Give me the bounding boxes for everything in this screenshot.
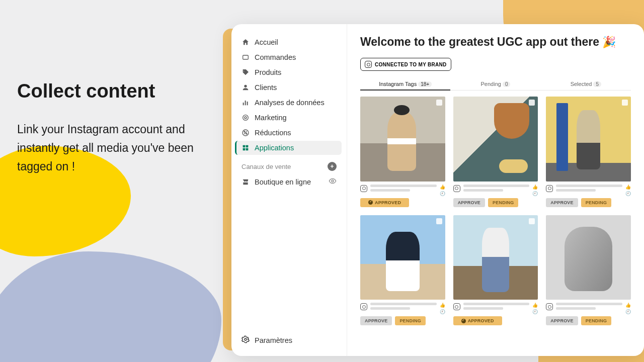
media-meta: 👍🕘 [360,303,445,314]
nav-settings[interactable]: Paramètres [236,331,342,349]
media-grid: 👍🕘 APPROVED 👍🕘 APPROVEPENDING 👍🕘 APPROVE… [360,97,631,325]
media-meta: 👍🕘 [453,303,538,314]
stats-icon: 👍🕘 [625,185,631,196]
pending-button[interactable]: PENDING [581,198,611,207]
orders-icon [242,53,250,61]
decor-blob-grey [0,251,221,362]
nav-commandes[interactable]: Commandes [236,50,342,64]
connected-label: CONNECTED TO MY BRAND [375,62,447,67]
pending-button[interactable]: PENDING [488,198,518,207]
nav-label: Clients [255,83,277,92]
approve-button[interactable]: APPROVE [546,316,578,325]
analytics-icon [242,99,250,107]
nav-marketing[interactable]: Marketing [236,111,342,125]
media-thumbnail[interactable] [360,215,445,300]
approve-button[interactable]: APPROVE [546,198,578,207]
tab-badge: 0 [503,81,511,87]
stats-icon: 👍🕘 [440,185,445,196]
user-icon [242,83,250,92]
nav-produits[interactable]: Produits [236,65,342,79]
nav-label: Réductions [255,129,291,137]
pending-button[interactable]: PENDING [395,316,425,325]
sidebar: Accueil Commandes Produits Clients Analy… [231,24,347,356]
multi-icon [436,218,442,224]
approved-badge: APPROVED [360,198,409,207]
media-card: 👍🕘 APPROVEPENDING [453,97,538,207]
hero-desc: Link your Instagram account and instantl… [17,120,218,175]
svg-point-1 [244,85,247,87]
media-meta: 👍🕘 [453,185,538,196]
media-thumbnail[interactable] [360,97,445,182]
instagram-icon [453,185,460,192]
svg-rect-11 [246,145,249,148]
svg-rect-12 [243,148,246,151]
svg-rect-2 [243,103,244,105]
media-thumbnail[interactable] [546,97,631,182]
nav-label: Commandes [255,53,296,61]
pending-button[interactable]: PENDING [581,316,611,325]
svg-rect-3 [245,101,246,105]
check-icon [461,319,466,323]
nav-applications[interactable]: Applications [235,141,342,155]
hero-title: Collect content [17,80,218,102]
hero-copy: Collect content Link your Instagram acco… [17,80,218,175]
media-card: 👍🕘 APPROVED [360,97,445,207]
svg-rect-0 [243,55,249,59]
add-channel-button[interactable]: + [328,162,337,171]
nav-analytics[interactable]: Analyses de données [236,96,342,110]
svg-point-6 [245,117,247,119]
check-icon [368,200,373,205]
media-thumbnail[interactable] [453,215,538,300]
media-card: 👍🕘 APPROVEPENDING [546,215,631,326]
tab-selected[interactable]: Selected5 [541,78,631,90]
nav-label: Accueil [255,38,278,46]
tab-badge: 18+ [418,81,432,87]
tab-badge: 5 [593,81,601,87]
instagram-icon [546,303,553,310]
svg-rect-4 [247,102,248,105]
stats-icon: 👍🕘 [532,185,538,196]
media-thumbnail[interactable] [546,215,631,300]
settings-label: Paramètres [255,336,292,344]
instagram-icon [365,61,372,68]
approved-badge: APPROVED [453,316,502,325]
svg-point-9 [246,133,247,134]
target-icon [242,114,250,122]
nav-accueil[interactable]: Accueil [236,35,342,49]
nav-label: Applications [255,144,294,152]
media-thumbnail[interactable] [453,97,538,182]
media-card: 👍🕘 APPROVED [453,215,538,326]
store-icon [242,178,250,186]
nav-discounts[interactable]: Réductions [236,126,342,140]
tab-instagram-tags[interactable]: Instagram Tags18+ [360,78,450,90]
approve-button[interactable]: APPROVE [453,198,485,207]
gear-icon [242,335,250,345]
channels-header: Canaux de vente + [236,156,342,174]
party-icon: 🎉 [602,36,616,48]
tag-icon [242,68,250,76]
media-meta: 👍🕘 [546,185,631,196]
channels-label: Canaux de vente [242,163,291,170]
svg-point-15 [245,338,247,340]
multi-icon [529,100,535,106]
eye-icon[interactable] [329,177,337,187]
channels-list: Boutique en ligne [236,174,342,191]
connected-chip[interactable]: CONNECTED TO MY BRAND [360,58,451,71]
tab-pending[interactable]: Pending0 [450,78,540,90]
svg-point-14 [332,180,334,182]
nav-list: Accueil Commandes Produits Clients Analy… [236,35,342,156]
approve-button[interactable]: APPROVE [360,316,392,325]
channel-online-store[interactable]: Boutique en ligne [236,174,342,190]
nav-label: Analyses de données [255,99,325,107]
nav-label: Marketing [255,114,287,122]
multi-icon [622,100,628,106]
svg-point-8 [244,131,245,132]
svg-point-5 [243,115,249,121]
instagram-icon [360,185,367,192]
media-meta: 👍🕘 [360,185,445,196]
tabs: Instagram Tags18+ Pending0 Selected5 [360,78,631,90]
media-meta: 👍🕘 [546,303,631,314]
svg-rect-10 [243,145,246,148]
stats-icon: 👍🕘 [532,303,538,314]
nav-clients[interactable]: Clients [236,80,342,95]
